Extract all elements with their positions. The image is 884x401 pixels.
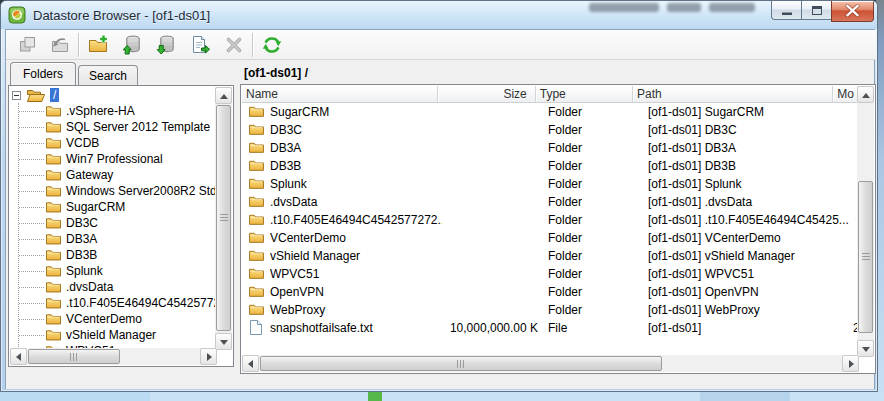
file-name: WebProxy — [270, 303, 442, 317]
tree-item[interactable]: DB3A — [10, 231, 216, 247]
tree-hscroll-thumb[interactable] — [28, 349, 120, 364]
file-type: Folder — [548, 267, 640, 281]
file-row[interactable]: DB3C Folder [of1-ds01] DB3C — [242, 121, 859, 139]
folder-icon — [46, 104, 61, 117]
tree-item[interactable]: DB3B — [10, 247, 216, 263]
tree-item[interactable]: Win7 Professional — [10, 151, 216, 167]
file-row[interactable]: VCenterDemo Folder [of1-ds01] VCenterDem… — [242, 229, 859, 247]
upload-to-datastore-button[interactable] — [118, 32, 146, 58]
file-path: [of1-ds01] WPVC51 — [648, 267, 854, 281]
file-row[interactable]: snapshotfailsafe.txt 10,000,000.00 K Fil… — [242, 319, 859, 337]
tree-item[interactable]: Windows Server2008R2 Std — [10, 183, 216, 199]
close-button[interactable] — [831, 1, 874, 22]
folder-icon — [46, 264, 61, 277]
file-row[interactable]: .dvsData Folder [of1-ds01] .dvsData — [242, 193, 859, 211]
folder-tree: / .vSphere-HA SQL Server 2012 Template V… — [10, 87, 216, 349]
folder-icon — [46, 328, 61, 341]
scroll-up-button[interactable] — [215, 87, 232, 104]
refresh-icon — [261, 34, 283, 56]
maximize-button[interactable] — [801, 1, 832, 20]
folder-icon — [46, 168, 61, 181]
folder-icon — [46, 248, 61, 261]
copy-file-button[interactable] — [186, 32, 214, 58]
tree-item[interactable]: Splunk — [10, 263, 216, 279]
copy-button — [14, 32, 42, 58]
tree-item[interactable]: SQL Server 2012 Template — [10, 119, 216, 135]
minimize-button[interactable] — [771, 1, 802, 20]
list-vscroll-thumb[interactable] — [858, 181, 873, 333]
folder-icon — [249, 195, 264, 207]
file-row[interactable]: SugarCRM Folder [of1-ds01] SugarCRM — [242, 103, 859, 121]
file-row[interactable]: vShield Manager Folder [of1-ds01] vShiel… — [242, 247, 859, 265]
list-hscroll-thumb[interactable] — [260, 356, 662, 371]
file-row[interactable]: .t10.F405E46494C4542577272... Folder [of… — [242, 211, 859, 229]
tree-item-root[interactable]: / — [10, 87, 216, 103]
tree-vscroll-thumb[interactable] — [216, 105, 231, 331]
tree-item[interactable]: DB3C — [10, 215, 216, 231]
titlebar-glass-reflection — [667, 3, 701, 12]
arrow-right-icon — [207, 353, 212, 361]
scroll-down-button[interactable] — [215, 333, 232, 350]
folder-icon — [46, 312, 61, 325]
tree-item[interactable]: vShield Manager — [10, 327, 216, 343]
tab-folders[interactable]: Folders — [10, 62, 76, 85]
tree-item[interactable]: .t10.F405E46494C45425772 — [10, 295, 216, 311]
file-row[interactable]: OpenVPN Folder [of1-ds01] OpenVPN — [242, 283, 859, 301]
file-path: [of1-ds01] .dvsData — [648, 195, 854, 209]
column-header-path[interactable]: Path — [633, 86, 833, 103]
scroll-up-button[interactable] — [857, 86, 874, 103]
file-type: Folder — [548, 177, 640, 191]
file-row[interactable]: DB3B Folder [of1-ds01] DB3B — [242, 157, 859, 175]
new-folder-button[interactable] — [84, 32, 112, 58]
move-to-button — [46, 32, 74, 58]
download-datastore-icon — [155, 34, 177, 56]
tree-item-label: Windows Server2008R2 Std — [66, 184, 216, 198]
tree-item[interactable]: SugarCRM — [10, 199, 216, 215]
tree-item[interactable]: VCenterDemo — [10, 311, 216, 327]
open-folder-icon — [27, 88, 45, 102]
tree-item[interactable]: VCDB — [10, 135, 216, 151]
download-from-datastore-button[interactable] — [152, 32, 180, 58]
file-row[interactable]: WebProxy Folder [of1-ds01] WebProxy — [242, 301, 859, 319]
taskbar-segment — [0, 392, 150, 401]
file-type: Folder — [548, 213, 640, 227]
maximize-icon — [812, 6, 822, 15]
scroll-right-button[interactable] — [842, 355, 859, 372]
tab-search[interactable]: Search — [78, 65, 138, 85]
folder-icon — [249, 177, 264, 189]
scroll-down-button[interactable] — [857, 340, 874, 357]
column-header-type[interactable]: Type — [536, 86, 633, 103]
folder-icon — [249, 303, 264, 315]
tree-item-label: .dvsData — [66, 280, 113, 294]
file-size: 10,000,000.00 K — [444, 321, 538, 335]
file-row[interactable]: DB3A Folder [of1-ds01] DB3A — [242, 139, 859, 157]
column-header-modified[interactable]: Mo — [833, 86, 859, 103]
file-type: Folder — [548, 141, 640, 155]
tree-item[interactable]: Gateway — [10, 167, 216, 183]
file-name: snapshotfailsafe.txt — [270, 321, 442, 335]
delete-button — [220, 32, 248, 58]
tree-item-label: VCenterDemo — [66, 312, 142, 326]
file-row[interactable]: WPVC51 Folder [of1-ds01] WPVC51 — [242, 265, 859, 283]
tree-item-label: Splunk — [66, 264, 103, 278]
folder-icon — [249, 231, 264, 243]
column-header-size[interactable]: Size — [438, 86, 535, 103]
close-icon — [832, 1, 873, 21]
collapse-expander-icon[interactable] — [12, 91, 21, 100]
tree-item[interactable]: .vSphere-HA — [10, 103, 216, 119]
refresh-button[interactable] — [258, 32, 286, 58]
file-row[interactable]: Splunk Folder [of1-ds01] Splunk — [242, 175, 859, 193]
column-header-name[interactable]: Name — [242, 86, 438, 103]
file-type: Folder — [548, 285, 640, 299]
scroll-left-button[interactable] — [10, 348, 27, 365]
folder-icon — [46, 184, 61, 197]
taskbar-segment-green — [368, 392, 382, 401]
scroll-right-button[interactable] — [200, 348, 217, 365]
scroll-left-button[interactable] — [242, 355, 259, 372]
window-titlebar[interactable]: Datastore Browser - [of1-ds01] — [1, 1, 877, 29]
file-type: Folder — [548, 105, 640, 119]
datastore-browser-window: Datastore Browser - [of1-ds01] — [0, 0, 878, 392]
folder-icon — [249, 159, 264, 171]
vsphere-app-icon — [8, 6, 26, 24]
tree-item[interactable]: .dvsData — [10, 279, 216, 295]
